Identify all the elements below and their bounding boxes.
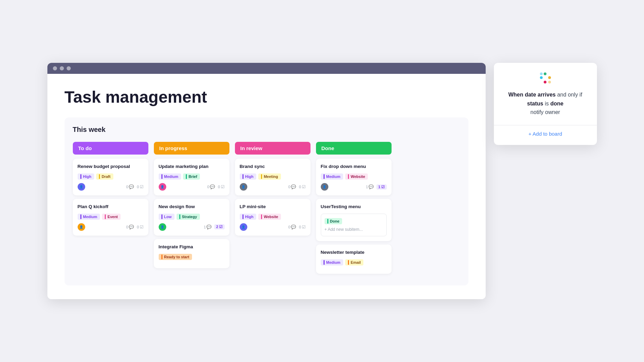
subitem-section: Done + Add new subitem...: [321, 214, 387, 236]
card-stats: 0 💬 0 ☑: [288, 225, 305, 229]
tag-readytostart: Ready to start: [159, 254, 192, 260]
tags-row: Low Strategy: [159, 214, 225, 220]
card-fix-dropdown: Fix drop down menu Medium Website 👤 1: [316, 159, 392, 195]
tag-medium: Medium: [321, 259, 343, 265]
svg-rect-3: [544, 81, 546, 83]
add-subitem-button[interactable]: + Add new subitem...: [324, 226, 384, 233]
card-footer: 👤 0 💬 0 ☑: [240, 223, 306, 231]
tag-strategy: Strategy: [177, 214, 200, 220]
card-stats: 0 💬 0 ☑: [207, 184, 224, 189]
column-done: Done Fix drop down menu Medium Website 👤: [316, 142, 392, 277]
tags-row: High Meeting: [240, 173, 306, 180]
card-newsletter: Newsletter template Medium Email: [316, 245, 392, 274]
panel-divider: [494, 125, 597, 125]
comment-icon: 💬: [129, 225, 134, 229]
stat-comments: 0 💬: [288, 225, 296, 229]
subitem-row: Done: [324, 217, 384, 226]
tag-event: Event: [102, 214, 121, 220]
card-title: New design flow: [159, 204, 225, 210]
svg-rect-4: [540, 72, 543, 75]
tag-draft: Draft: [96, 173, 113, 180]
stat-comments: 0 💬: [126, 184, 134, 189]
browser-titlebar: [47, 63, 486, 74]
stat-comments: 0 💬: [126, 225, 134, 229]
stat-tasks: 0 ☑: [218, 184, 224, 189]
tag-medium: Medium: [321, 173, 343, 180]
column-header-todo: To do: [73, 142, 148, 155]
svg-rect-0: [540, 76, 543, 79]
notification-panel: When date arrives and only if status is …: [494, 63, 597, 145]
card-title: Newsletter template: [321, 249, 387, 256]
card-title: Fix drop down menu: [321, 163, 387, 170]
board-container: This week To do Renew budget proposal Hi…: [65, 117, 468, 285]
board-section-title: This week: [73, 126, 460, 134]
svg-rect-5: [548, 81, 551, 83]
task-icon: ☑: [140, 225, 144, 229]
tasks-highlighted: 1 ☑: [376, 184, 386, 190]
stat-tasks: 0 ☑: [137, 225, 143, 229]
tag-medium: Medium: [159, 173, 181, 180]
svg-rect-1: [544, 72, 546, 75]
tag-website: Website: [345, 173, 368, 180]
card-title: Renew budget proposal: [78, 163, 144, 170]
tags-row: Ready to start: [159, 254, 225, 260]
comment-icon: 💬: [291, 184, 296, 189]
stat-tasks: 1 ☑: [376, 184, 386, 190]
comment-icon: 💬: [206, 225, 212, 229]
comment-icon: 💬: [210, 184, 215, 189]
task-icon: ☑: [302, 225, 306, 229]
comment-icon: 💬: [369, 184, 374, 189]
card-title: Integrate Figma: [159, 244, 225, 250]
browser-dot-1: [53, 66, 57, 70]
column-inprogress: In progress Update marketing plan Medium…: [154, 142, 229, 272]
tags-row: High Draft: [78, 173, 144, 180]
card-renew-budget: Renew budget proposal High Draft 👤 0: [73, 159, 148, 195]
card-title: LP mini-site: [240, 204, 306, 210]
card-brand-sync: Brand sync High Meeting 👤 0 💬: [235, 159, 310, 195]
browser-content: Task management This week To do Renew bu…: [47, 74, 486, 299]
tag-done: Done: [325, 218, 342, 224]
notification-text: When date arrives and only if status is …: [502, 90, 589, 117]
stat-tasks: 0 ☑: [137, 184, 143, 189]
tags-row: High Website: [240, 214, 306, 220]
card-lp-minisite: LP mini-site High Website 👤 0: [235, 199, 310, 236]
avatar: 👤: [240, 223, 247, 231]
stat-comments: 0 💬: [288, 184, 296, 189]
stat-comments: 1 💬: [204, 225, 212, 229]
svg-rect-2: [548, 76, 551, 79]
task-icon: ☑: [221, 184, 225, 189]
card-stats: 0 💬 0 ☑: [126, 225, 143, 229]
column-inreview: In review Brand sync High Meeting 👤: [235, 142, 310, 239]
card-title: UserTesting menu: [321, 204, 387, 210]
main-container: Task management This week To do Renew bu…: [47, 63, 597, 299]
tag-email: Email: [345, 259, 363, 265]
stat-tasks: 0 ☑: [299, 184, 305, 189]
browser-window: Task management This week To do Renew bu…: [47, 63, 486, 299]
columns-row: To do Renew budget proposal High Draft 👤: [73, 142, 460, 277]
browser-dot-3: [67, 66, 71, 70]
card-plan-q: Plan Q kickoff Medium Event 👤 0: [73, 199, 148, 236]
tasks-highlighted: 2 ☑: [214, 224, 224, 229]
card-title: Plan Q kickoff: [78, 204, 144, 210]
column-header-inreview: In review: [235, 142, 310, 155]
tags-row: Medium Website: [321, 173, 387, 180]
task-icon: ☑: [140, 184, 144, 189]
comment-icon: 💬: [291, 225, 296, 229]
card-footer: 👤 0 💬 0 ☑: [240, 183, 306, 191]
card-stats: 0 💬 0 ☑: [126, 184, 143, 189]
card-footer: 👤 0 💬 0 ☑: [78, 223, 144, 231]
card-usertesting: UserTesting menu Done + Add new subitem.…: [316, 199, 392, 241]
column-header-done: Done: [316, 142, 392, 155]
slack-logo-icon: [539, 71, 552, 85]
stat-tasks: 0 ☑: [299, 225, 305, 229]
card-footer: 👤 1 💬 1 ☑: [321, 183, 387, 191]
card-stats: 0 💬 0 ☑: [288, 184, 305, 189]
page-title: Task management: [65, 88, 468, 106]
avatar: 👤: [159, 183, 166, 191]
card-update-marketing: Update marketing plan Medium Brief 👤 0: [154, 159, 229, 195]
tag-low: Low: [159, 214, 174, 220]
card-footer: 👤 0 💬 0 ☑: [78, 183, 144, 191]
card-footer: 👤 1 💬 2 ☑: [159, 223, 225, 231]
add-to-board-button[interactable]: + Add to board: [502, 131, 589, 137]
card-new-design-flow: New design flow Low Strategy 👤 1: [154, 199, 229, 236]
